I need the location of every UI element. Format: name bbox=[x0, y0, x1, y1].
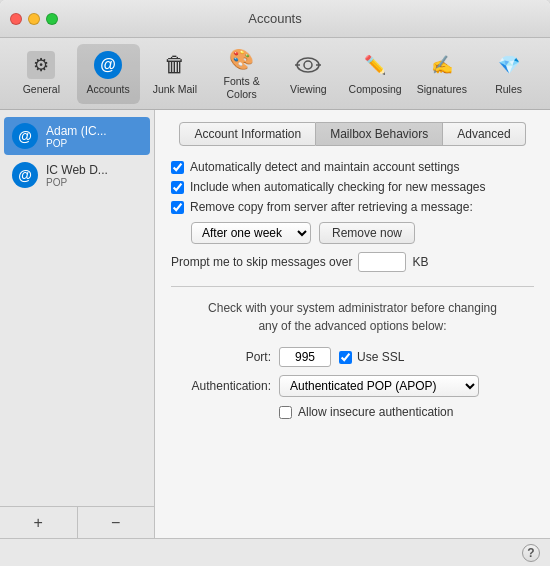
titlebar: Accounts bbox=[0, 0, 550, 38]
accounts-icon: @ bbox=[94, 51, 122, 79]
warning-text: Check with your system administrator bef… bbox=[171, 299, 534, 335]
toolbar-label-general: General bbox=[23, 83, 60, 96]
toolbar-item-accounts[interactable]: @ Accounts bbox=[77, 44, 140, 104]
ssl-label: Use SSL bbox=[357, 350, 404, 364]
adam-account-name: Adam (IC... bbox=[46, 124, 107, 138]
auto-detect-label: Automatically detect and maintain accoun… bbox=[190, 160, 459, 174]
adam-account-icon: @ bbox=[12, 123, 38, 149]
help-button[interactable]: ? bbox=[522, 544, 540, 562]
toolbar-item-signatures[interactable]: ✍️ Signatures bbox=[411, 44, 474, 104]
maximize-button[interactable] bbox=[46, 13, 58, 25]
auto-detect-row: Automatically detect and maintain accoun… bbox=[171, 160, 534, 174]
port-label: Port: bbox=[171, 350, 271, 364]
tab-mailbox-behaviors[interactable]: Mailbox Behaviors bbox=[316, 122, 443, 146]
toolbar-label-fonts-colors: Fonts & Colors bbox=[212, 75, 271, 100]
tab-advanced[interactable]: Advanced bbox=[443, 122, 525, 146]
viewing-icon bbox=[294, 51, 322, 79]
minimize-button[interactable] bbox=[28, 13, 40, 25]
icweb-account-name: IC Web D... bbox=[46, 163, 108, 177]
adam-account-type: POP bbox=[46, 138, 107, 149]
svg-point-1 bbox=[304, 61, 312, 69]
toolbar-label-rules: Rules bbox=[495, 83, 522, 96]
window-title: Accounts bbox=[248, 11, 301, 26]
toolbar-item-viewing[interactable]: Viewing bbox=[277, 44, 340, 104]
toolbar-label-accounts: Accounts bbox=[87, 83, 130, 96]
icweb-account-info: IC Web D... POP bbox=[46, 163, 108, 188]
close-button[interactable] bbox=[10, 13, 22, 25]
toolbar-item-rules[interactable]: 💎 Rules bbox=[477, 44, 540, 104]
general-icon: ⚙ bbox=[27, 51, 55, 79]
toolbar-label-junk-mail: Junk Mail bbox=[153, 83, 197, 96]
port-row: Port: Use SSL bbox=[171, 347, 534, 367]
allow-insecure-checkbox[interactable] bbox=[279, 406, 292, 419]
toolbar-item-general[interactable]: ⚙ General bbox=[10, 44, 73, 104]
include-when-checkbox[interactable] bbox=[171, 181, 184, 194]
svg-point-0 bbox=[297, 58, 319, 72]
composing-icon: ✏️ bbox=[361, 51, 389, 79]
allow-insecure-label: Allow insecure authentication bbox=[298, 405, 453, 419]
content-panel: Account Information Mailbox Behaviors Ad… bbox=[155, 110, 550, 538]
icweb-account-icon: @ bbox=[12, 162, 38, 188]
prompt-label-before: Prompt me to skip messages over bbox=[171, 255, 352, 269]
authentication-label: Authentication: bbox=[171, 379, 271, 393]
remove-copy-row: Remove copy from server after retrieving… bbox=[171, 200, 534, 214]
toolbar-label-composing: Composing bbox=[349, 83, 402, 96]
signatures-icon: ✍️ bbox=[428, 51, 456, 79]
remove-copy-label: Remove copy from server after retrieving… bbox=[190, 200, 473, 214]
remove-after-row: After one week Right away After one day … bbox=[191, 222, 534, 244]
accounts-sidebar: @ Adam (IC... POP @ IC Web D... POP + bbox=[0, 110, 155, 538]
toolbar-item-junk-mail[interactable]: 🗑 Junk Mail bbox=[144, 44, 207, 104]
toolbar-label-signatures: Signatures bbox=[417, 83, 467, 96]
bottom-bar: ? bbox=[0, 538, 550, 566]
toolbar-item-fonts-colors[interactable]: 🎨 Fonts & Colors bbox=[210, 44, 273, 104]
fonts-colors-icon: 🎨 bbox=[228, 47, 256, 71]
add-account-button[interactable]: + bbox=[0, 507, 77, 538]
window-buttons bbox=[10, 13, 58, 25]
sidebar-item-adam[interactable]: @ Adam (IC... POP bbox=[4, 117, 150, 155]
remove-copy-checkbox[interactable] bbox=[171, 201, 184, 214]
section-divider bbox=[171, 286, 534, 287]
junk-mail-icon: 🗑 bbox=[161, 51, 189, 79]
tab-account-information[interactable]: Account Information bbox=[179, 122, 316, 146]
toolbar-item-composing[interactable]: ✏️ Composing bbox=[344, 44, 407, 104]
sidebar-footer: + − bbox=[0, 506, 154, 538]
sidebar-item-icweb[interactable]: @ IC Web D... POP bbox=[4, 156, 150, 194]
authentication-select[interactable]: Authenticated POP (APOP) Password MD5 Ch… bbox=[279, 375, 479, 397]
allow-insecure-row: Allow insecure authentication bbox=[279, 405, 534, 419]
main-area: @ Adam (IC... POP @ IC Web D... POP + bbox=[0, 110, 550, 538]
accounts-list: @ Adam (IC... POP @ IC Web D... POP bbox=[0, 110, 154, 506]
remove-now-button[interactable]: Remove now bbox=[319, 222, 415, 244]
prompt-row: Prompt me to skip messages over KB bbox=[171, 252, 534, 272]
adam-account-info: Adam (IC... POP bbox=[46, 124, 107, 149]
ssl-row: Use SSL bbox=[339, 350, 404, 364]
ssl-checkbox[interactable] bbox=[339, 351, 352, 364]
main-window: Accounts ⚙ General @ Accounts 🗑 Junk Mai… bbox=[0, 0, 550, 566]
prompt-label-after: KB bbox=[412, 255, 428, 269]
port-input[interactable] bbox=[279, 347, 331, 367]
remove-account-button[interactable]: − bbox=[78, 507, 155, 538]
icweb-account-type: POP bbox=[46, 177, 108, 188]
include-when-row: Include when automatically checking for … bbox=[171, 180, 534, 194]
rules-icon: 💎 bbox=[495, 51, 523, 79]
auto-detect-checkbox[interactable] bbox=[171, 161, 184, 174]
tab-bar: Account Information Mailbox Behaviors Ad… bbox=[171, 122, 534, 146]
remove-after-select[interactable]: After one week Right away After one day … bbox=[191, 222, 311, 244]
toolbar-label-viewing: Viewing bbox=[290, 83, 327, 96]
toolbar: ⚙ General @ Accounts 🗑 Junk Mail 🎨 Fonts… bbox=[0, 38, 550, 110]
authentication-row: Authentication: Authenticated POP (APOP)… bbox=[171, 375, 534, 397]
include-when-label: Include when automatically checking for … bbox=[190, 180, 486, 194]
kb-input[interactable] bbox=[358, 252, 406, 272]
